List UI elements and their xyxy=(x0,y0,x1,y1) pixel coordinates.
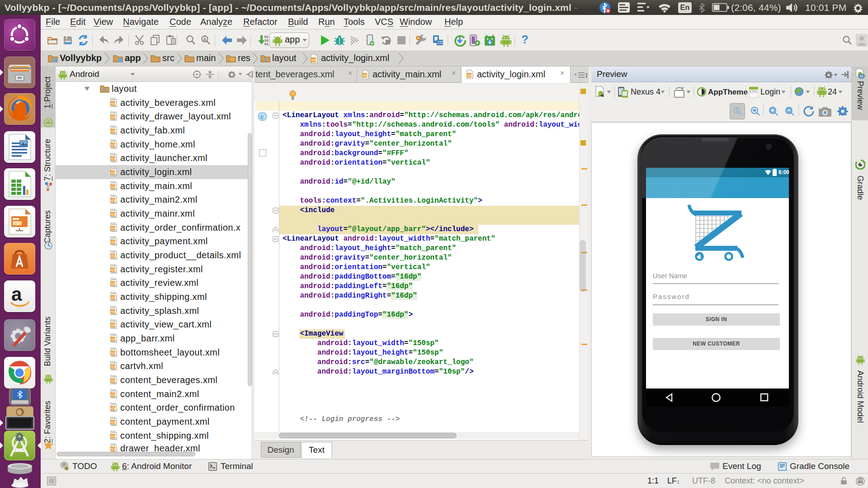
svg-text:<>: <> xyxy=(111,198,116,203)
svg-text:<>: <> xyxy=(311,58,316,62)
svg-text:<>: <> xyxy=(111,143,116,147)
svg-text:<>: <> xyxy=(111,379,116,383)
svg-text:<>: <> xyxy=(111,281,116,286)
svg-text:<>: <> xyxy=(111,115,116,119)
svg-text:<>: <> xyxy=(111,268,116,272)
svg-text:<>: <> xyxy=(363,73,367,78)
svg-text:<>: <> xyxy=(111,129,116,133)
svg-text:<>: <> xyxy=(111,185,116,189)
svg-text:<>: <> xyxy=(111,226,116,231)
svg-text:<>: <> xyxy=(111,393,116,397)
svg-text:<>: <> xyxy=(111,295,116,300)
svg-text:<>: <> xyxy=(111,156,116,161)
svg-text:<>: <> xyxy=(111,309,116,314)
svg-text:<>: <> xyxy=(111,101,116,106)
svg-text:<>: <> xyxy=(111,240,116,244)
svg-text:A: A xyxy=(203,37,207,42)
svg-text:1: 1 xyxy=(585,72,587,78)
svg-text:<>: <> xyxy=(467,73,472,78)
svg-text:<>: <> xyxy=(111,323,116,327)
svg-text:<>: <> xyxy=(111,420,116,425)
svg-text:<>: <> xyxy=(111,254,116,258)
svg-text:a: a xyxy=(11,284,22,305)
svg-text:<>: <> xyxy=(111,212,116,217)
svg-text:<>: <> xyxy=(111,337,116,341)
svg-text:<>: <> xyxy=(111,171,116,175)
svg-text:c: c xyxy=(260,114,264,120)
svg-text:01: 01 xyxy=(264,42,269,46)
svg-text:<>: <> xyxy=(111,434,116,439)
svg-text:<>: <> xyxy=(111,351,116,355)
svg-text:<>: <> xyxy=(111,365,116,369)
svg-text:<>: <> xyxy=(111,406,116,411)
svg-text:<>: <> xyxy=(111,447,116,451)
